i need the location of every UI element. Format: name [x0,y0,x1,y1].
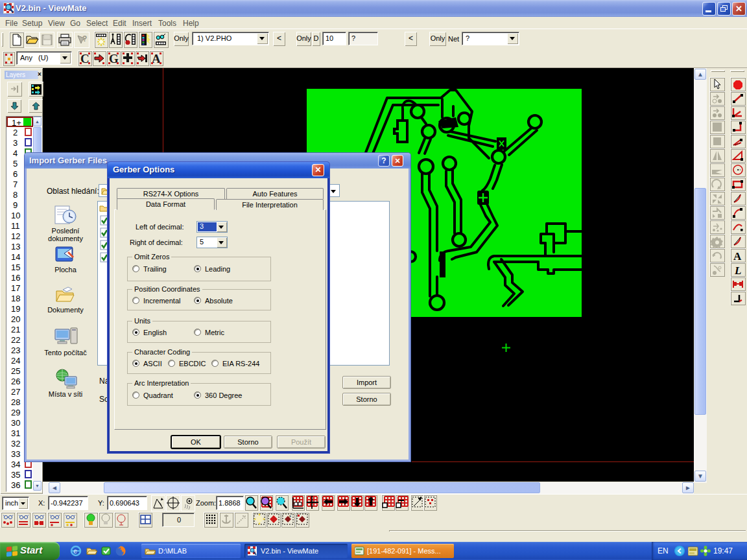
svg-text:A: A [733,250,742,262]
svg-text:A: A [152,52,161,65]
svg-text:e: e [73,547,77,555]
svg-text:L: L [734,264,741,277]
svg-text:s: s [289,514,291,518]
svg-text:C: C [80,52,89,65]
svg-text:?: ? [82,34,87,43]
